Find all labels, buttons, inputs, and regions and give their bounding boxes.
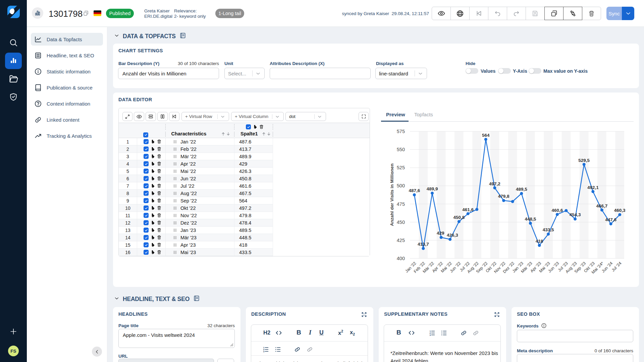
svg-text:3: 3 xyxy=(263,350,265,353)
svg-text:426,3: 426,3 xyxy=(447,233,458,238)
svg-text:529,5: 529,5 xyxy=(578,158,590,163)
svg-text:Jul '24: Jul '24 xyxy=(611,261,623,273)
svg-text:3: 3 xyxy=(430,334,431,336)
svg-text:489,5: 489,5 xyxy=(516,187,527,192)
svg-text:492,1: 492,1 xyxy=(587,185,599,190)
svg-text:575: 575 xyxy=(397,129,405,134)
svg-text:564: 564 xyxy=(482,133,490,138)
svg-text:454,3: 454,3 xyxy=(570,212,581,217)
svg-text:460,3: 460,3 xyxy=(614,208,626,213)
svg-text:429: 429 xyxy=(437,231,444,236)
svg-text:525: 525 xyxy=(397,165,405,170)
svg-text:489,9: 489,9 xyxy=(427,186,438,191)
svg-text:487,6: 487,6 xyxy=(409,188,420,193)
svg-text:461,6: 461,6 xyxy=(462,207,474,212)
svg-text:479,8: 479,8 xyxy=(498,194,509,199)
svg-text:497,2: 497,2 xyxy=(489,181,500,186)
svg-text:447,6: 447,6 xyxy=(605,217,616,222)
svg-text:466,7: 466,7 xyxy=(596,203,608,208)
svg-text:400: 400 xyxy=(397,256,405,261)
svg-text:425: 425 xyxy=(397,238,405,243)
svg-text:413,7: 413,7 xyxy=(418,242,429,247)
svg-text:450: 450 xyxy=(397,220,405,225)
svg-text:550: 550 xyxy=(397,147,405,152)
svg-text:433,5: 433,5 xyxy=(543,227,554,232)
svg-text:418: 418 xyxy=(536,239,543,244)
svg-text:448,5: 448,5 xyxy=(525,217,536,222)
svg-text:475: 475 xyxy=(397,201,405,207)
svg-text:460,6: 460,6 xyxy=(551,208,563,213)
svg-text:500: 500 xyxy=(397,183,405,188)
svg-text:450,8: 450,8 xyxy=(453,215,465,220)
svg-text:Anzahl der Visits in Millionen: Anzahl der Visits in Millionen xyxy=(389,164,394,226)
